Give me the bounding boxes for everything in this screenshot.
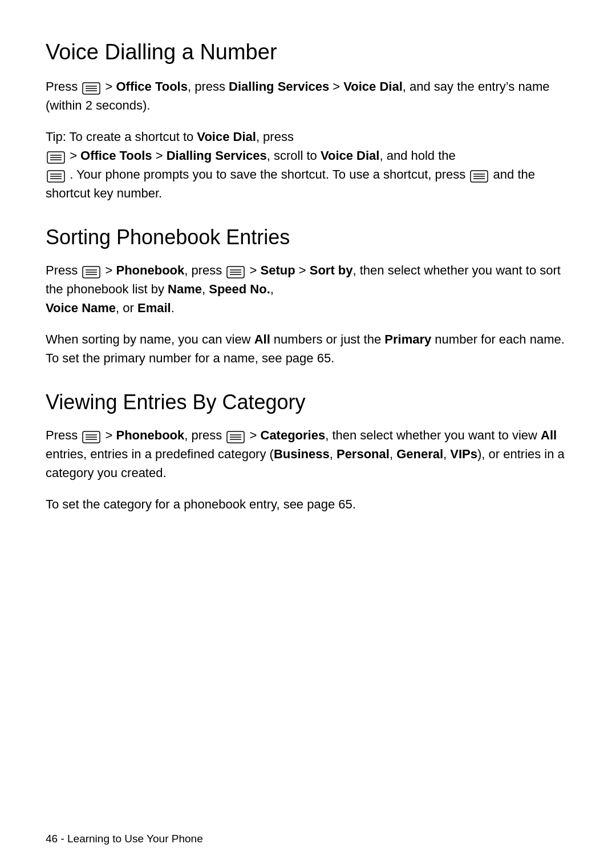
- menu-icon-4: [470, 169, 488, 181]
- voice-dialling-para2: Tip: To create a shortcut to Voice Dial,…: [46, 127, 570, 203]
- menu-icon-7: [82, 430, 100, 442]
- vp1-bold1: Phonebook: [116, 428, 184, 442]
- sp1-mid2: , press: [184, 263, 222, 277]
- menu-icon-5: [82, 265, 100, 277]
- sp1-mid6: ,: [202, 282, 209, 296]
- voice-dialling-section: Voice Dialling a Number Press > Office T…: [46, 40, 570, 203]
- vp1-bold4: Business: [274, 447, 330, 461]
- vp1-mid2: , press: [184, 428, 222, 442]
- sp1-mid7: ,: [270, 282, 274, 296]
- vd-p2-mid4: , and hold the: [379, 148, 455, 163]
- vd-p2-bold3: Dialling Services: [167, 148, 267, 163]
- sp1-bold6: Voice Name: [46, 301, 116, 315]
- sp1-pre: Press: [46, 263, 78, 277]
- viewing-para2: To set the category for a phonebook entr…: [46, 495, 570, 514]
- vd-p1-bold2: Dialling Services: [229, 79, 329, 94]
- menu-icon-1: [82, 81, 100, 94]
- voice-dialling-title: Voice Dialling a Number: [46, 40, 570, 64]
- sp1-mid3: >: [250, 263, 261, 277]
- sorting-para2: When sorting by name, you can view All n…: [46, 330, 570, 368]
- sorting-title: Sorting Phonebook Entries: [46, 225, 570, 249]
- sp2-bold2: Primary: [384, 332, 431, 346]
- vp1-mid1: >: [106, 428, 116, 442]
- sp1-bold4: Name: [168, 282, 202, 296]
- vd-p2-bold2: Office Tools: [80, 148, 152, 163]
- vp1-mid8: ,: [443, 447, 450, 461]
- vd-p1-mid3: >: [329, 79, 343, 94]
- vd-p2-line3: . Your phone prompts you to save the sho…: [70, 167, 465, 181]
- vd-p1-pre: Press: [46, 79, 78, 94]
- sp2-bold1: All: [254, 332, 270, 346]
- sp1-bold7: Email: [137, 301, 171, 315]
- sorting-para1: Press > Phonebook, press > Setup >: [46, 261, 570, 317]
- sorting-section: Sorting Phonebook Entries Press > Phoneb…: [46, 225, 570, 368]
- vd-p2-bold4: Voice Dial: [321, 148, 380, 163]
- page-footer: 46 - Learning to Use Your Phone: [46, 833, 203, 845]
- vd-p2-pre: Tip: To create a shortcut to: [46, 130, 197, 144]
- sp1-mid8: , or: [116, 301, 137, 315]
- vp1-mid7: ,: [390, 447, 396, 461]
- vd-p1-bold3: Voice Dial: [343, 79, 403, 94]
- vp1-mid5: entries, entries in a predefined categor…: [46, 447, 274, 461]
- sp1-mid1: >: [106, 263, 116, 277]
- vp1-mid3: >: [250, 428, 261, 442]
- vd-p2-mid2: >: [152, 148, 167, 163]
- vd-p1-mid2: , press: [188, 79, 229, 94]
- sp1-post: .: [171, 301, 175, 315]
- menu-icon-3: [47, 169, 65, 181]
- vd-p1-bold1: Office Tools: [116, 79, 188, 94]
- menu-icon-6: [226, 265, 245, 277]
- menu-icon-2: [47, 150, 65, 163]
- vd-p2-mid1: , press: [256, 130, 294, 144]
- vp1-bold7: VIPs: [450, 447, 477, 461]
- vp1-pre: Press: [46, 428, 78, 442]
- vp1-bold6: General: [396, 447, 443, 461]
- sp1-bold5: Speed No.: [209, 282, 270, 296]
- vp1-bold2: Categories: [261, 428, 326, 442]
- vd-p2-mid3: , scroll to: [267, 148, 321, 163]
- sp2-pre: When sorting by name, you can view: [46, 332, 254, 346]
- sp1-bold2: Setup: [261, 263, 295, 277]
- voice-dialling-para1: Press > Office Tools, press Dialling Ser…: [46, 77, 570, 115]
- vp1-mid6: ,: [330, 447, 337, 461]
- sp2-mid1: numbers or just the: [270, 332, 385, 346]
- viewing-title: Viewing Entries By Category: [46, 390, 570, 414]
- sp1-bold1: Phonebook: [116, 263, 184, 277]
- vp1-bold5: Personal: [337, 447, 390, 461]
- viewing-para1: Press > Phonebook, press > Categor: [46, 426, 570, 482]
- page: Voice Dialling a Number Press > Office T…: [0, 0, 616, 868]
- vd-p2-bold1: Voice Dial: [197, 130, 256, 144]
- vd-p1-mid1: >: [106, 79, 116, 94]
- vp1-bold3: All: [541, 428, 557, 442]
- vd-p2-line2-mid1: >: [70, 148, 80, 163]
- sp1-bold3: Sort by: [310, 263, 353, 277]
- viewing-section: Viewing Entries By Category Press > Phon…: [46, 390, 570, 514]
- sp1-mid4: >: [295, 263, 310, 277]
- menu-icon-8: [226, 430, 245, 442]
- vp1-mid4: , then select whether you want to view: [325, 428, 541, 442]
